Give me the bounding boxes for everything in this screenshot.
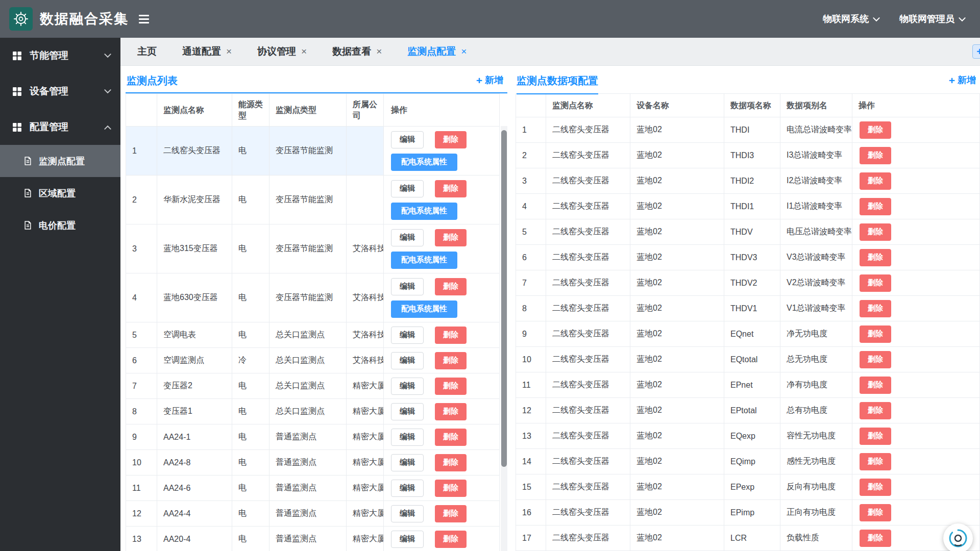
delete-button[interactable]: 删除 [860, 377, 891, 394]
sidebar-item[interactable]: 设备管理 [0, 73, 120, 109]
edit-button[interactable]: 编辑 [391, 352, 424, 369]
delete-button[interactable]: 删除 [435, 505, 467, 522]
energy-type-cell: 电 [232, 501, 270, 527]
edit-button[interactable]: 编辑 [391, 229, 424, 246]
monitor-point-row: 6空调监测点冷总关口监测点艾洛科技编辑删除 [126, 348, 500, 373]
scrollbar-thumb[interactable] [501, 130, 507, 467]
delete-button[interactable]: 删除 [435, 531, 467, 548]
delete-button[interactable]: 删除 [435, 480, 467, 497]
power-system-config-button[interactable]: 配电系统属性 [391, 154, 457, 171]
left-add-button[interactable]: + 新增 [476, 74, 503, 86]
power-system-config-button[interactable]: 配电系统属性 [391, 300, 457, 318]
tab[interactable]: 监测点配置× [395, 38, 479, 65]
edit-button[interactable]: 编辑 [391, 131, 424, 148]
power-system-config-button[interactable]: 配电系统属性 [391, 203, 457, 220]
edit-button[interactable]: 编辑 [391, 480, 424, 497]
edit-button[interactable]: 编辑 [391, 403, 424, 420]
edit-button[interactable]: 编辑 [391, 429, 424, 446]
delete-button[interactable]: 删除 [860, 325, 891, 343]
delete-button[interactable]: 删除 [860, 402, 891, 419]
system-dropdown[interactable]: 物联网系统 [823, 13, 880, 25]
column-header: 能源类型 [232, 94, 270, 127]
floating-badge[interactable] [943, 523, 973, 551]
delete-button[interactable]: 删除 [860, 453, 891, 470]
actions-cell: 删除 [852, 270, 980, 296]
edit-button[interactable]: 编辑 [391, 378, 424, 395]
user-dropdown[interactable]: 物联网管理员 [899, 13, 966, 25]
delete-button[interactable]: 删除 [435, 131, 467, 148]
monitor-point-row: 11AA24-6电普通监测点精密大厦编辑删除 [126, 475, 500, 501]
column-header: 监测点名称 [546, 94, 630, 117]
delete-button[interactable]: 删除 [860, 351, 891, 368]
company-cell [347, 176, 384, 224]
delete-button[interactable]: 删除 [860, 504, 891, 521]
right-add-button[interactable]: + 新增 [949, 74, 976, 86]
edit-button[interactable]: 编辑 [391, 531, 424, 548]
company-cell: 艾洛科技 [347, 322, 384, 348]
point-type-cell: 变压器节能监测 [270, 224, 347, 273]
delete-button[interactable]: 删除 [435, 327, 467, 344]
actions-cell: 删除 [852, 194, 980, 219]
delete-button[interactable]: 删除 [860, 300, 891, 317]
sidebar-item[interactable]: 节能管理 [0, 38, 120, 73]
sidebar-subitem[interactable]: 电价配置 [0, 209, 120, 241]
chevron-down-icon [104, 89, 111, 94]
data-item-row: 1二线窑头变压器蓝地02THDI电流总谐波畸变率删除 [516, 117, 980, 143]
tab-label: 通道配置 [182, 45, 221, 58]
tab-close-icon[interactable]: × [376, 46, 382, 57]
delete-button[interactable]: 删除 [860, 530, 891, 547]
app-logo-icon [9, 7, 33, 31]
data-item-cell: EQexp [724, 423, 780, 449]
delete-button[interactable]: 删除 [435, 429, 467, 446]
edit-button[interactable]: 编辑 [391, 327, 424, 344]
delete-button[interactable]: 删除 [860, 223, 891, 241]
actions-cell: 编辑删除 [384, 399, 500, 424]
tab[interactable]: 主页 [125, 38, 169, 65]
data-item-cell: THDV [724, 219, 780, 245]
point-name-cell: 二线窑头变压器 [546, 143, 630, 168]
edit-button[interactable]: 编辑 [391, 180, 424, 197]
delete-button[interactable]: 删除 [860, 198, 891, 215]
delete-button[interactable]: 删除 [435, 378, 467, 395]
actions-cell: 编辑删除 [384, 322, 500, 348]
tab[interactable]: 数据查看× [320, 38, 395, 65]
delete-button[interactable]: 删除 [435, 352, 467, 369]
edit-button[interactable]: 编辑 [391, 505, 424, 522]
delete-button[interactable]: 删除 [435, 229, 467, 246]
delete-button[interactable]: 删除 [435, 278, 467, 295]
sidebar-subitem[interactable]: 监测点配置 [0, 145, 120, 177]
power-system-config-button[interactable]: 配电系统属性 [391, 252, 457, 269]
tab-close-icon[interactable]: × [226, 46, 232, 57]
sidebar-item[interactable]: 配置管理 [0, 109, 120, 145]
delete-button[interactable]: 删除 [435, 180, 467, 197]
tab[interactable]: 通道配置× [169, 38, 244, 65]
tab-add-button[interactable]: + [972, 44, 980, 59]
edit-button[interactable]: 编辑 [391, 278, 424, 295]
actions-cell: 编辑删除 [384, 424, 500, 450]
delete-button[interactable]: 删除 [860, 428, 891, 445]
point-name-cell: 二线窑头变压器 [546, 245, 630, 270]
right-panel-title: 监测点数据项配置 [517, 74, 598, 94]
delete-button[interactable]: 删除 [860, 249, 891, 266]
vertical-scrollbar[interactable] [501, 126, 507, 551]
delete-button[interactable]: 删除 [860, 147, 891, 164]
tab-label: 主页 [137, 45, 157, 58]
row-index: 6 [516, 245, 546, 270]
delete-button[interactable]: 删除 [435, 454, 467, 471]
hamburger-menu-icon[interactable] [139, 15, 149, 23]
tab-label: 数据查看 [332, 45, 371, 58]
top-right-area: 物联网系统 物联网管理员 [823, 13, 966, 25]
row-index: 8 [516, 296, 546, 321]
row-index: 4 [126, 273, 157, 322]
row-index: 12 [126, 501, 157, 527]
edit-button[interactable]: 编辑 [391, 454, 424, 471]
delete-button[interactable]: 删除 [860, 479, 891, 496]
delete-button[interactable]: 删除 [860, 274, 891, 292]
delete-button[interactable]: 删除 [860, 121, 891, 139]
tab[interactable]: 协议管理× [244, 38, 320, 65]
delete-button[interactable]: 删除 [860, 172, 891, 190]
delete-button[interactable]: 删除 [435, 403, 467, 420]
sidebar-subitem[interactable]: 区域配置 [0, 177, 120, 209]
tab-close-icon[interactable]: × [301, 46, 307, 57]
tab-close-icon[interactable]: × [461, 46, 467, 57]
